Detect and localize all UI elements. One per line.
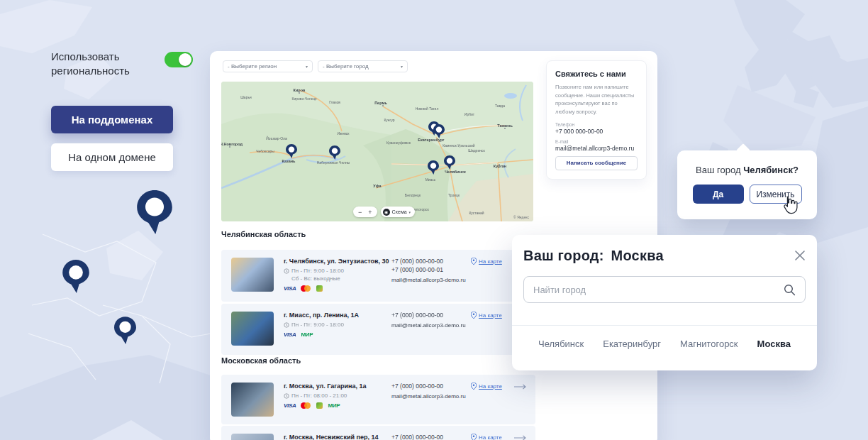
regionality-toggle[interactable] [165, 52, 193, 67]
branch-photo [231, 312, 274, 346]
branch-email: mail@metal.allcorp3-demo.ru [391, 322, 469, 329]
decorative-map-pin-medium [62, 260, 89, 293]
zoom-in-button[interactable]: + [368, 209, 372, 216]
branch-row[interactable]: г. Челябинск, ул. Энтузиастов, 30 Пн - П… [221, 250, 535, 302]
close-icon[interactable] [794, 250, 806, 261]
visa-icon: VISA [284, 402, 296, 409]
branch-photo [231, 434, 274, 440]
city-confirm-popup: Ваш город Челябинск? Да Изменить [677, 150, 817, 219]
chevron-down-icon: ▾ [306, 64, 308, 69]
visa-icon: VISA [284, 331, 296, 338]
toggle-knob [179, 53, 191, 66]
city-select-modal: Ваш город:Москва Челябинск Екатеринбург … [512, 235, 817, 370]
pin-icon [471, 434, 477, 440]
decorative-map-pin-small [114, 317, 136, 344]
chevron-down-icon: ▾ [401, 64, 403, 69]
phone-value: +7 000 000-00-00 [555, 128, 638, 135]
region-select[interactable]: - Выберите регион ▾ [223, 60, 313, 72]
branch-address: г. Москва, ул. Гагарина, 1а [284, 383, 391, 390]
clock-icon [284, 268, 289, 274]
branch-address: г. Москва, Несвижский пер, 14 [284, 434, 391, 440]
arrow-right-icon[interactable] [514, 384, 527, 390]
on-map-link[interactable]: На карте [471, 312, 502, 319]
search-icon[interactable] [784, 284, 796, 296]
layers-icon: ◉ [383, 209, 390, 216]
email-value: mail@metal.allcorp3-demo.ru [555, 145, 638, 152]
branch-email: mail@metal.allcorp3-demo.ru [391, 393, 469, 400]
branch-row[interactable]: г. Москва, Несвижский пер, 14 +7 (000) 0… [221, 426, 535, 440]
branch-phone: +7 (000) 000-00-01 [391, 266, 469, 273]
branch-phone: +7 (000) 000-00-00 [391, 258, 469, 265]
detected-city: Челябинск? [743, 165, 799, 175]
city-option-selected[interactable]: Москва [757, 339, 791, 349]
pin-icon [471, 312, 477, 319]
on-map-link[interactable]: На карте [471, 383, 502, 390]
map-attribution: © Яндекс [513, 215, 529, 219]
branch-phone: +7 (000) 000-00-00 [391, 312, 469, 319]
branch-phone: +7 (000) 000-00-00 [391, 383, 469, 390]
sbp-icon [316, 402, 323, 409]
branch-map-pin[interactable] [286, 144, 297, 158]
map-zoom-control[interactable]: − + [353, 207, 377, 217]
branch-map-pin[interactable] [428, 160, 439, 175]
single-domain-option-button[interactable]: На одном домене [51, 143, 173, 171]
modal-title: Ваш город:Москва [523, 248, 664, 264]
city-option[interactable]: Екатеринбург [603, 339, 661, 349]
selected-city-title: Москва [611, 248, 664, 263]
phone-label: Телефон [555, 122, 638, 127]
region-section-title: Челябинская область [221, 230, 306, 238]
branch-phone: +7 (000) 000-00-00 [391, 434, 469, 440]
city-search-input[interactable] [533, 285, 784, 295]
city-options-row: Челябинск Екатеринбург Магнитогорск Моск… [512, 339, 817, 349]
city-search-box [523, 276, 806, 303]
change-city-button[interactable]: Изменить [750, 185, 802, 204]
email-label: E-mail [555, 139, 638, 144]
subdomains-option-button[interactable]: На поддоменах [51, 106, 173, 133]
visa-icon: VISA [284, 285, 296, 292]
branch-address: г. Челябинск, ул. Энтузиастов, 30 [284, 258, 391, 265]
use-regionality-label: Использовать региональность [51, 50, 157, 79]
divider [512, 325, 817, 326]
branch-photo [231, 258, 274, 292]
chevron-down-icon: ▾ [409, 210, 411, 214]
city-option[interactable]: Магнитогорск [680, 339, 738, 349]
yandex-map[interactable]: ШарьяКировКирово-ЧепецкГлазовИжевскЙошка… [221, 82, 533, 221]
clock-icon [284, 322, 289, 328]
city-select[interactable]: - Выберите город ▾ [318, 60, 408, 72]
contact-us-card: Свяжитесь с нами Позвоните нам или напиш… [546, 60, 647, 180]
mir-icon: МИР [328, 402, 340, 409]
branch-address: г. Миасс, пр. Ленина, 1А [284, 312, 391, 319]
branch-email: mail@metal.allcorp3-demo.ru [391, 277, 469, 283]
confirm-city-button[interactable]: Да [693, 185, 744, 204]
on-map-link[interactable]: На карте [471, 434, 502, 440]
pin-icon [471, 258, 477, 265]
arrow-right-icon[interactable] [514, 435, 527, 440]
write-message-button[interactable]: Написать сообщение [555, 156, 638, 170]
mastercard-icon [301, 285, 311, 292]
region-section-title: Московская область [221, 356, 301, 365]
mastercard-icon [301, 402, 311, 409]
branch-map-pin[interactable] [329, 145, 340, 160]
decorative-map-pin-large [137, 190, 172, 234]
branch-map-pin[interactable] [433, 124, 445, 138]
branch-row[interactable]: г. Москва, ул. Гагарина, 1а Пн - Пт: 08:… [221, 375, 535, 424]
zoom-out-button[interactable]: − [358, 209, 362, 216]
branch-row[interactable]: г. Миасс, пр. Ленина, 1А Пн - Пт: 9:00 -… [221, 304, 535, 355]
map-layer-switcher[interactable]: ◉ Схема ▾ [381, 207, 416, 217]
clock-icon [284, 393, 289, 399]
mir-icon: МИР [301, 331, 313, 338]
pin-icon [471, 383, 477, 390]
contact-description: Позвоните нам или напишите сообщение. На… [555, 83, 638, 116]
city-question: Ваш город Челябинск? [677, 165, 817, 175]
city-option[interactable]: Челябинск [538, 339, 584, 349]
contact-title: Свяжитесь с нами [555, 70, 638, 78]
sbp-icon [316, 285, 323, 292]
on-map-link[interactable]: На карте [471, 258, 502, 265]
branch-map-pin[interactable] [444, 155, 455, 170]
regionality-settings-panel: Использовать региональность На поддомена… [51, 50, 193, 171]
map-terrain [221, 82, 533, 221]
branch-photo [231, 383, 274, 417]
